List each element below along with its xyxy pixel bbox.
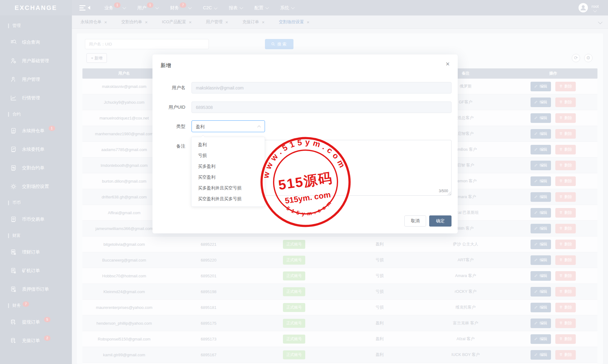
delete-button[interactable]: 删除 xyxy=(555,303,576,312)
delete-button[interactable]: 删除 xyxy=(555,318,576,328)
user-menu[interactable]: root xyxy=(578,0,599,15)
sidebar-item-0-2[interactable]: 用户管理 xyxy=(0,70,72,89)
nav-item-3[interactable]: C2C xyxy=(203,5,217,10)
sidebar-item-label: 矿机订单 xyxy=(22,268,40,274)
sidebar-item-0-0[interactable]: 综合查询 xyxy=(0,33,72,51)
close-icon[interactable]: × xyxy=(446,61,450,67)
delete-button[interactable]: 删除 xyxy=(555,98,576,107)
edit-button[interactable]: 编辑 xyxy=(531,287,551,297)
close-icon[interactable]: × xyxy=(225,20,228,24)
sidebar-item-1-0[interactable]: 永续持仓单1 xyxy=(0,121,72,140)
delete-button[interactable]: 删除 xyxy=(555,82,576,91)
settings-icon[interactable]: ⚙ xyxy=(584,54,593,62)
close-icon[interactable]: × xyxy=(307,20,310,24)
cell-actions: 编辑 删除 xyxy=(509,98,597,107)
username-field[interactable]: maksklasniv@gmail.com xyxy=(192,82,452,93)
chevron-down-icon xyxy=(291,6,294,9)
type-option-0[interactable]: 盈利 xyxy=(192,139,265,150)
edit-button[interactable]: 编辑 xyxy=(531,350,551,360)
uid-field[interactable]: 6895308 xyxy=(192,102,452,113)
delete-button[interactable]: 删除 xyxy=(555,255,576,265)
sidebar-item-1-3[interactable]: 交割场控设置 xyxy=(0,177,72,196)
close-icon[interactable]: × xyxy=(262,20,265,24)
edit-button[interactable]: 编辑 xyxy=(531,303,551,312)
delete-button[interactable]: 删除 xyxy=(555,271,576,281)
delete-button[interactable]: 删除 xyxy=(555,161,576,170)
edit-button[interactable]: 编辑 xyxy=(531,145,551,154)
sidebar-item-4-0[interactable]: 提现订单5 xyxy=(0,313,72,331)
sidebar-item-3-2[interactable]: 质押借币订单 xyxy=(0,280,72,298)
search-input[interactable] xyxy=(85,39,209,49)
edit-button[interactable]: 编辑 xyxy=(531,176,551,186)
tab-item-5[interactable]: 交割场控设置 × xyxy=(279,19,310,25)
delete-button[interactable]: 删除 xyxy=(555,334,576,344)
search-button[interactable]: 搜索 xyxy=(265,39,293,49)
close-icon[interactable]: × xyxy=(189,20,192,24)
delete-button[interactable]: 删除 xyxy=(555,192,576,202)
cell-remark: 维克托客户 xyxy=(422,305,509,310)
edit-button[interactable]: 编辑 xyxy=(531,113,551,123)
edit-button[interactable]: 编辑 xyxy=(531,334,551,344)
sidebar-item-4-1[interactable]: 充值订单2 xyxy=(0,331,72,350)
nav-item-0[interactable]: 业务1 xyxy=(104,5,126,11)
nav-item-2[interactable]: 财务7 xyxy=(170,5,191,11)
delete-button[interactable]: 删除 xyxy=(555,129,576,139)
sidebar-item-2-0[interactable]: 币币交易单 xyxy=(0,210,72,228)
cancel-button[interactable]: 取消 xyxy=(404,215,426,227)
collapse-arrow-icon xyxy=(88,6,90,10)
edit-button[interactable]: 编辑 xyxy=(531,255,551,265)
edit-button[interactable]: 编辑 xyxy=(531,271,551,281)
edit-button[interactable]: 编辑 xyxy=(531,240,551,249)
tab-item-2[interactable]: ICO产品配置 × xyxy=(162,19,192,25)
delete-button[interactable]: 删除 xyxy=(555,240,576,249)
user-gear-icon xyxy=(10,58,17,64)
edit-button[interactable]: 编辑 xyxy=(531,208,551,218)
type-label: 类型 xyxy=(152,124,185,129)
sidebar-collapse-button[interactable] xyxy=(79,5,90,11)
nav-item-6[interactable]: 系统 xyxy=(280,5,294,11)
sidebar-item-0-1[interactable]: 用户基础管理 xyxy=(0,51,72,70)
type-option-4[interactable]: 买多盈利并且买空亏损 xyxy=(192,183,265,193)
delete-button[interactable]: 删除 xyxy=(555,145,576,154)
edit-button[interactable]: 编辑 xyxy=(531,82,551,91)
sidebar-item-0-3[interactable]: 行情管理 xyxy=(0,89,72,107)
edit-button[interactable]: 编辑 xyxy=(531,98,551,107)
tab-item-1[interactable]: 交割合约单 × xyxy=(121,19,148,25)
tab-list-chevron-icon[interactable] xyxy=(598,20,602,24)
delete-button[interactable]: 删除 xyxy=(555,176,576,186)
edit-button[interactable]: 编辑 xyxy=(531,318,551,328)
tab-item-4[interactable]: 充值订单 × xyxy=(242,19,265,25)
edit-button[interactable]: 编辑 xyxy=(531,224,551,233)
edit-button[interactable]: 编辑 xyxy=(531,129,551,139)
delete-button[interactable]: 删除 xyxy=(555,113,576,123)
edit-button[interactable]: 编辑 xyxy=(531,161,551,170)
nav-item-1[interactable]: 用户1 xyxy=(137,5,158,11)
cell-remark: Amara 客户 xyxy=(422,273,509,279)
count-badge: 1 xyxy=(49,126,55,131)
confirm-button[interactable]: 确定 xyxy=(429,215,452,227)
type-option-3[interactable]: 买空盈利 xyxy=(192,172,265,183)
nav-item-5[interactable]: 配置 xyxy=(254,5,268,11)
nav-item-4[interactable]: 报表 xyxy=(229,5,243,11)
type-option-2[interactable]: 买多盈利 xyxy=(192,161,265,172)
sidebar: 管理 综合查询 用户基础管理 用户管理 行情管理 合约 永续持仓单1 永续 xyxy=(0,15,72,364)
tab-item-0[interactable]: 永续持仓单 × xyxy=(81,19,107,25)
sidebar-item-3-0[interactable]: 理财订单 xyxy=(0,243,72,261)
type-select[interactable]: 盈利 xyxy=(192,120,265,132)
delete-button[interactable]: 删除 xyxy=(555,350,576,360)
sidebar-item-1-2[interactable]: 交割合约单 xyxy=(0,158,72,177)
refresh-icon[interactable]: ⟳ xyxy=(572,54,580,62)
delete-button[interactable]: 删除 xyxy=(555,287,576,297)
type-option-5[interactable]: 买空盈利并且买多亏损 xyxy=(192,193,265,204)
type-option-1[interactable]: 亏损 xyxy=(192,150,265,161)
cell-actions: 编辑 删除 xyxy=(509,271,597,281)
add-button[interactable]: + 新增 xyxy=(86,53,107,63)
delete-button[interactable]: 删除 xyxy=(555,208,576,218)
tab-item-3[interactable]: 用户管理 × xyxy=(206,19,228,25)
close-icon[interactable]: × xyxy=(104,20,107,24)
sidebar-item-1-1[interactable]: 永续委托单 xyxy=(0,140,72,158)
delete-button[interactable]: 删除 xyxy=(555,224,576,233)
edit-button[interactable]: 编辑 xyxy=(531,192,551,202)
close-icon[interactable]: × xyxy=(145,20,148,24)
sidebar-item-3-1[interactable]: 矿机订单 xyxy=(0,261,72,280)
